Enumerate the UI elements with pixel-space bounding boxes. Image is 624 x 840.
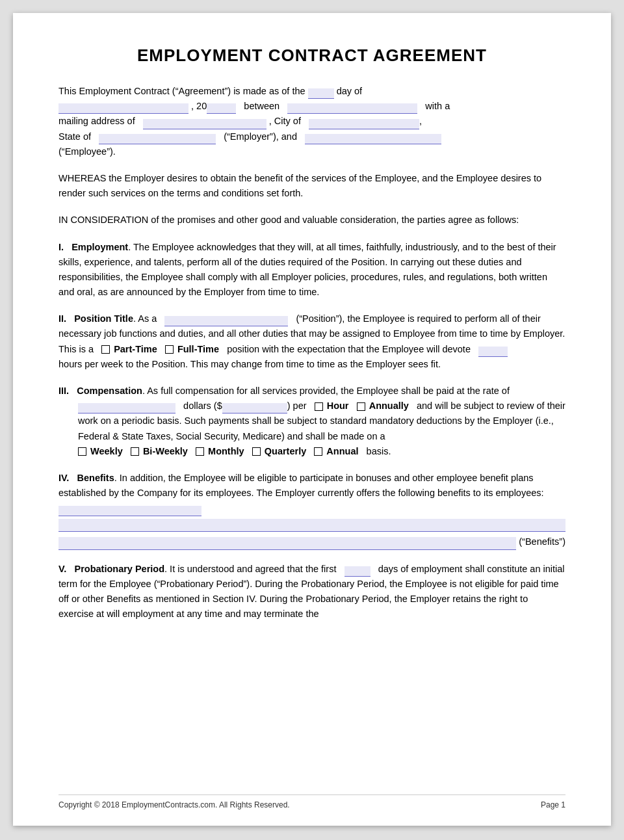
consideration-paragraph: IN CONSIDERATION of the promises and oth… xyxy=(58,213,566,228)
section-v-text1: . It is understood and agreed that the f… xyxy=(164,564,336,574)
day-label: day of xyxy=(337,86,363,96)
section-i-text: . The Employee acknowledges that they wi… xyxy=(58,242,556,298)
benefits-line-2[interactable] xyxy=(58,537,516,550)
section-v-number: V. xyxy=(58,564,66,574)
section-iii-text1: . As full compensation for all services … xyxy=(142,386,510,396)
section-ii-text1: . As a xyxy=(133,313,157,324)
dollars-field[interactable] xyxy=(222,403,287,413)
monthly-checkbox[interactable] xyxy=(196,447,204,456)
fulltime-checkbox[interactable] xyxy=(165,345,174,354)
annual-label: Annual xyxy=(326,446,358,456)
biweekly-label: Bi-Weekly xyxy=(143,446,188,456)
hour-label: Hour xyxy=(327,400,349,411)
city-label: , City of xyxy=(269,116,301,126)
section-ii-text3: position with the expectation that the E… xyxy=(227,344,471,354)
section-iv-text1: . In addition, the Employee will be elig… xyxy=(58,473,544,498)
section-iii-number: III. xyxy=(58,386,69,396)
between-label: between xyxy=(244,101,280,111)
benefits-label: (“Benefits”) xyxy=(519,534,566,549)
state-label: State of xyxy=(58,131,91,142)
biweekly-checkbox[interactable] xyxy=(131,447,139,456)
mailing-label: mailing address of xyxy=(58,116,135,126)
party1-field[interactable] xyxy=(287,103,417,114)
section-i-title: Employment xyxy=(72,242,128,252)
page-title: EMPLOYMENT CONTRACT AGREEMENT xyxy=(58,46,566,66)
city-field[interactable] xyxy=(309,119,419,129)
section-iii-text3: ) per xyxy=(287,400,307,411)
year-field[interactable] xyxy=(207,103,236,114)
document-page: EMPLOYMENT CONTRACT AGREEMENT This Emplo… xyxy=(13,13,611,826)
position-title-field[interactable] xyxy=(164,316,288,326)
state-field[interactable] xyxy=(99,134,216,144)
employer-label: (“Employer”), and xyxy=(224,131,297,142)
rate-field[interactable] xyxy=(78,403,176,413)
weekly-checkbox[interactable] xyxy=(78,447,86,456)
hour-checkbox[interactable] xyxy=(315,402,323,411)
hours-field[interactable] xyxy=(478,347,508,357)
employee-name-field[interactable] xyxy=(305,134,441,144)
section-ii-text4: hours per week to the Position. This may… xyxy=(58,359,441,369)
section-ii-number: II. xyxy=(58,313,66,324)
section-v-title: Probationary Period xyxy=(74,564,164,574)
benefits-line-1[interactable] xyxy=(58,519,566,532)
page-footer: Copyright © 2018 EmploymentContracts.com… xyxy=(58,794,566,809)
section-ii-title: Position Title xyxy=(74,313,133,324)
day-field[interactable] xyxy=(308,88,334,99)
whereas-paragraph: WHEREAS the Employer desires to obtain t… xyxy=(58,171,566,201)
footer-copyright: Copyright © 2018 EmploymentContracts.com… xyxy=(58,800,290,809)
address-field[interactable] xyxy=(143,119,266,129)
witha-label: with a xyxy=(425,101,450,111)
section-iii-text5: basis. xyxy=(367,446,391,456)
section-iv-number: IV. xyxy=(58,473,69,483)
weekly-label: Weekly xyxy=(90,446,123,456)
consideration-text: IN CONSIDERATION of the promises and oth… xyxy=(58,215,519,225)
section-i-number: I. xyxy=(58,242,64,252)
monthly-label: Monthly xyxy=(208,446,244,456)
probation-days-field[interactable] xyxy=(344,566,370,577)
section-iii-title: Compensation xyxy=(77,386,142,396)
annually-label: Annually xyxy=(369,400,409,411)
parttime-label: Part-Time xyxy=(114,344,157,354)
footer-page: Page 1 xyxy=(541,800,566,809)
year-prefix: , 20 xyxy=(191,101,207,111)
employee-label: (“Employee”). xyxy=(58,146,116,157)
date-field[interactable] xyxy=(58,103,188,114)
intro-paragraph: This Employment Contract (“Agreement”) i… xyxy=(58,84,566,159)
quarterly-checkbox[interactable] xyxy=(252,447,261,456)
annual-checkbox[interactable] xyxy=(314,447,322,456)
whereas-text: WHEREAS the Employer desires to obtain t… xyxy=(58,173,541,198)
annually-checkbox[interactable] xyxy=(357,402,365,411)
section-probationary: V. Probationary Period. It is understood… xyxy=(58,562,566,622)
fulltime-label: Full-Time xyxy=(177,344,219,354)
intro-text-1: This Employment Contract (“Agreement”) i… xyxy=(58,86,306,96)
section-iii-text2: dollars ($ xyxy=(183,400,222,411)
section-compensation: III. Compensation. As full compensation … xyxy=(58,384,566,459)
quarterly-label: Quarterly xyxy=(265,446,306,456)
section-iv-title: Benefits xyxy=(77,473,114,483)
section-employment: I. Employment. The Employee acknowledges… xyxy=(58,240,566,300)
benefits-inline-field[interactable] xyxy=(58,506,202,516)
section-position: II. Position Title. As a (“Position”), t… xyxy=(58,311,566,372)
parttime-checkbox[interactable] xyxy=(101,345,110,354)
section-benefits: IV. Benefits. In addition, the Employee … xyxy=(58,471,566,550)
